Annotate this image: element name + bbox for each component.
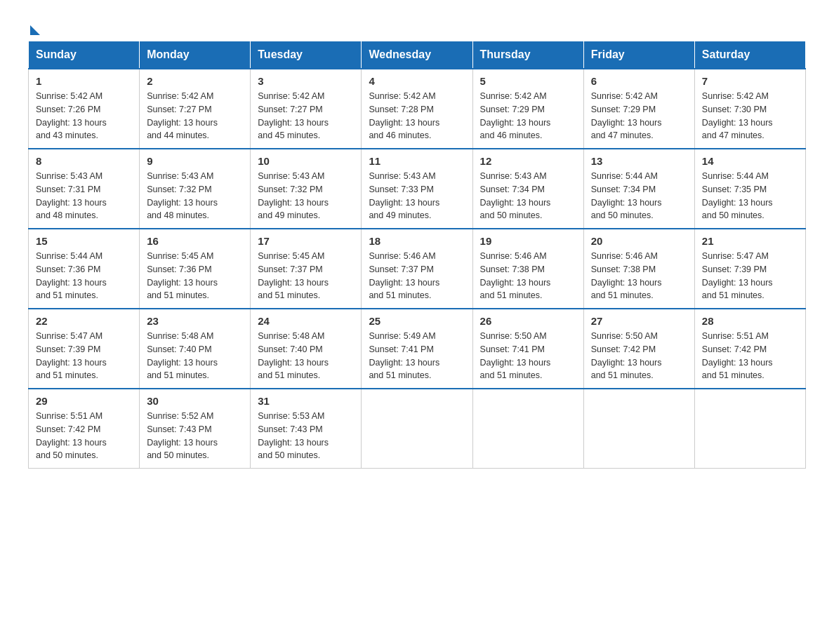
- calendar-cell: [694, 389, 805, 469]
- calendar-cell: 31 Sunrise: 5:53 AMSunset: 7:43 PMDaylig…: [251, 389, 362, 469]
- day-info: Sunrise: 5:51 AMSunset: 7:42 PMDaylight:…: [702, 330, 798, 382]
- calendar-cell: 18 Sunrise: 5:46 AMSunset: 7:37 PMDaylig…: [362, 229, 472, 309]
- header-day-sunday: Sunday: [29, 41, 140, 69]
- day-number: 14: [702, 155, 798, 167]
- calendar-cell: 23 Sunrise: 5:48 AMSunset: 7:40 PMDaylig…: [140, 309, 251, 389]
- day-number: 6: [591, 75, 687, 87]
- day-number: 15: [36, 235, 132, 247]
- day-number: 4: [369, 75, 465, 87]
- day-number: 16: [147, 235, 243, 247]
- day-info: Sunrise: 5:47 AMSunset: 7:39 PMDaylight:…: [36, 330, 132, 382]
- calendar-cell: 29 Sunrise: 5:51 AMSunset: 7:42 PMDaylig…: [29, 389, 140, 469]
- day-info: Sunrise: 5:42 AMSunset: 7:26 PMDaylight:…: [36, 90, 132, 142]
- day-number: 13: [591, 155, 687, 167]
- day-info: Sunrise: 5:43 AMSunset: 7:31 PMDaylight:…: [36, 170, 132, 222]
- day-number: 9: [147, 155, 243, 167]
- calendar-week-2: 8 Sunrise: 5:43 AMSunset: 7:31 PMDayligh…: [29, 149, 806, 229]
- day-number: 17: [258, 235, 354, 247]
- header-day-thursday: Thursday: [472, 41, 583, 69]
- day-info: Sunrise: 5:44 AMSunset: 7:36 PMDaylight:…: [36, 250, 132, 302]
- calendar-week-1: 1 Sunrise: 5:42 AMSunset: 7:26 PMDayligh…: [29, 69, 806, 149]
- calendar-cell: 8 Sunrise: 5:43 AMSunset: 7:31 PMDayligh…: [29, 149, 140, 229]
- calendar-header: SundayMondayTuesdayWednesdayThursdayFrid…: [29, 41, 806, 69]
- calendar-cell: 19 Sunrise: 5:46 AMSunset: 7:38 PMDaylig…: [472, 229, 583, 309]
- day-number: 11: [369, 155, 465, 167]
- calendar-cell: 28 Sunrise: 5:51 AMSunset: 7:42 PMDaylig…: [694, 309, 805, 389]
- day-number: 28: [702, 315, 798, 327]
- calendar-cell: 25 Sunrise: 5:49 AMSunset: 7:41 PMDaylig…: [362, 309, 472, 389]
- day-info: Sunrise: 5:48 AMSunset: 7:40 PMDaylight:…: [147, 330, 243, 382]
- calendar-body: 1 Sunrise: 5:42 AMSunset: 7:26 PMDayligh…: [29, 69, 806, 469]
- day-number: 2: [147, 75, 243, 87]
- day-info: Sunrise: 5:42 AMSunset: 7:30 PMDaylight:…: [702, 90, 798, 142]
- day-number: 8: [36, 155, 132, 167]
- header-day-tuesday: Tuesday: [251, 41, 362, 69]
- day-number: 27: [591, 315, 687, 327]
- calendar-cell: 3 Sunrise: 5:42 AMSunset: 7:27 PMDayligh…: [251, 69, 362, 149]
- day-info: Sunrise: 5:42 AMSunset: 7:29 PMDaylight:…: [591, 90, 687, 142]
- day-number: 19: [480, 235, 576, 247]
- header-day-saturday: Saturday: [694, 41, 805, 69]
- day-number: 3: [258, 75, 354, 87]
- page-header: [28, 21, 806, 32]
- day-number: 10: [258, 155, 354, 167]
- header-day-wednesday: Wednesday: [362, 41, 472, 69]
- day-info: Sunrise: 5:50 AMSunset: 7:42 PMDaylight:…: [591, 330, 687, 382]
- day-number: 26: [480, 315, 576, 327]
- calendar-cell: 7 Sunrise: 5:42 AMSunset: 7:30 PMDayligh…: [694, 69, 805, 149]
- day-number: 30: [147, 395, 243, 407]
- day-info: Sunrise: 5:48 AMSunset: 7:40 PMDaylight:…: [258, 330, 354, 382]
- day-info: Sunrise: 5:49 AMSunset: 7:41 PMDaylight:…: [369, 330, 465, 382]
- logo: [28, 21, 40, 32]
- calendar-cell: 10 Sunrise: 5:43 AMSunset: 7:32 PMDaylig…: [251, 149, 362, 229]
- day-info: Sunrise: 5:44 AMSunset: 7:35 PMDaylight:…: [702, 170, 798, 222]
- calendar-cell: 13 Sunrise: 5:44 AMSunset: 7:34 PMDaylig…: [583, 149, 694, 229]
- day-info: Sunrise: 5:51 AMSunset: 7:42 PMDaylight:…: [36, 410, 132, 462]
- day-info: Sunrise: 5:42 AMSunset: 7:29 PMDaylight:…: [480, 90, 576, 142]
- day-info: Sunrise: 5:46 AMSunset: 7:38 PMDaylight:…: [591, 250, 687, 302]
- calendar-week-5: 29 Sunrise: 5:51 AMSunset: 7:42 PMDaylig…: [29, 389, 806, 469]
- calendar-cell: 12 Sunrise: 5:43 AMSunset: 7:34 PMDaylig…: [472, 149, 583, 229]
- calendar-cell: 17 Sunrise: 5:45 AMSunset: 7:37 PMDaylig…: [251, 229, 362, 309]
- calendar-cell: 15 Sunrise: 5:44 AMSunset: 7:36 PMDaylig…: [29, 229, 140, 309]
- calendar-cell: 27 Sunrise: 5:50 AMSunset: 7:42 PMDaylig…: [583, 309, 694, 389]
- day-info: Sunrise: 5:47 AMSunset: 7:39 PMDaylight:…: [702, 250, 798, 302]
- day-info: Sunrise: 5:42 AMSunset: 7:27 PMDaylight:…: [258, 90, 354, 142]
- day-info: Sunrise: 5:45 AMSunset: 7:37 PMDaylight:…: [258, 250, 354, 302]
- day-number: 25: [369, 315, 465, 327]
- calendar-table: SundayMondayTuesdayWednesdayThursdayFrid…: [28, 41, 806, 469]
- calendar-cell: 9 Sunrise: 5:43 AMSunset: 7:32 PMDayligh…: [140, 149, 251, 229]
- calendar-cell: [583, 389, 694, 469]
- calendar-cell: [362, 389, 472, 469]
- day-number: 7: [702, 75, 798, 87]
- calendar-cell: 16 Sunrise: 5:45 AMSunset: 7:36 PMDaylig…: [140, 229, 251, 309]
- day-info: Sunrise: 5:45 AMSunset: 7:36 PMDaylight:…: [147, 250, 243, 302]
- day-number: 1: [36, 75, 132, 87]
- calendar-cell: 20 Sunrise: 5:46 AMSunset: 7:38 PMDaylig…: [583, 229, 694, 309]
- calendar-cell: 6 Sunrise: 5:42 AMSunset: 7:29 PMDayligh…: [583, 69, 694, 149]
- calendar-cell: 22 Sunrise: 5:47 AMSunset: 7:39 PMDaylig…: [29, 309, 140, 389]
- day-info: Sunrise: 5:44 AMSunset: 7:34 PMDaylight:…: [591, 170, 687, 222]
- calendar-cell: 4 Sunrise: 5:42 AMSunset: 7:28 PMDayligh…: [362, 69, 472, 149]
- calendar-cell: 26 Sunrise: 5:50 AMSunset: 7:41 PMDaylig…: [472, 309, 583, 389]
- day-info: Sunrise: 5:43 AMSunset: 7:34 PMDaylight:…: [480, 170, 576, 222]
- calendar-week-3: 15 Sunrise: 5:44 AMSunset: 7:36 PMDaylig…: [29, 229, 806, 309]
- calendar-cell: 14 Sunrise: 5:44 AMSunset: 7:35 PMDaylig…: [694, 149, 805, 229]
- calendar-cell: 24 Sunrise: 5:48 AMSunset: 7:40 PMDaylig…: [251, 309, 362, 389]
- day-number: 29: [36, 395, 132, 407]
- calendar-cell: 5 Sunrise: 5:42 AMSunset: 7:29 PMDayligh…: [472, 69, 583, 149]
- day-info: Sunrise: 5:43 AMSunset: 7:32 PMDaylight:…: [258, 170, 354, 222]
- day-number: 12: [480, 155, 576, 167]
- day-number: 22: [36, 315, 132, 327]
- day-info: Sunrise: 5:50 AMSunset: 7:41 PMDaylight:…: [480, 330, 576, 382]
- day-number: 20: [591, 235, 687, 247]
- calendar-cell: 30 Sunrise: 5:52 AMSunset: 7:43 PMDaylig…: [140, 389, 251, 469]
- day-info: Sunrise: 5:43 AMSunset: 7:33 PMDaylight:…: [369, 170, 465, 222]
- calendar-cell: 1 Sunrise: 5:42 AMSunset: 7:26 PMDayligh…: [29, 69, 140, 149]
- calendar-cell: 11 Sunrise: 5:43 AMSunset: 7:33 PMDaylig…: [362, 149, 472, 229]
- day-number: 5: [480, 75, 576, 87]
- calendar-week-4: 22 Sunrise: 5:47 AMSunset: 7:39 PMDaylig…: [29, 309, 806, 389]
- day-info: Sunrise: 5:46 AMSunset: 7:38 PMDaylight:…: [480, 250, 576, 302]
- header-day-friday: Friday: [583, 41, 694, 69]
- logo-arrow-icon: [30, 25, 40, 35]
